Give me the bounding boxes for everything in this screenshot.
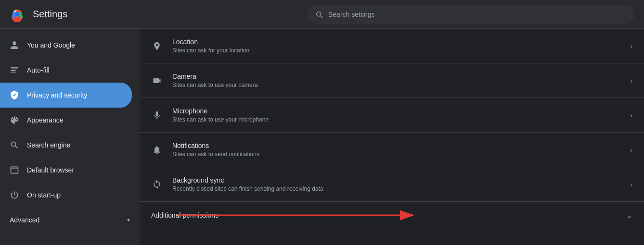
content-area: Location Sites can ask for your location…	[140, 29, 644, 245]
search-bar[interactable]	[307, 5, 634, 24]
sidebar-item-privacy-label: Privacy and security	[27, 91, 87, 99]
microphone-icon	[151, 110, 163, 121]
sidebar-item-default-browser-label: Default browser	[27, 166, 74, 174]
additional-permissions-label: Additional permissions	[151, 211, 626, 219]
autofill-icon	[10, 65, 19, 75]
chrome-logo-icon	[10, 7, 25, 22]
bell-icon	[151, 144, 163, 156]
camera-chevron-icon: ›	[630, 77, 632, 85]
background-sync-title: Background sync	[172, 176, 620, 184]
additional-permissions-row[interactable]: Additional permissions ⌄	[140, 202, 644, 229]
sidebar: You and Google Auto-fill Privacy and sec…	[0, 29, 140, 245]
notifications-text: Notifications Sites can ask to send noti…	[172, 142, 620, 158]
main-layout: You and Google Auto-fill Privacy and sec…	[0, 29, 644, 245]
list-item-location[interactable]: Location Sites can ask for your location…	[140, 29, 644, 63]
list-item-notifications[interactable]: Notifications Sites can ask to send noti…	[140, 133, 644, 167]
sidebar-item-appearance[interactable]: Appearance	[0, 108, 132, 133]
page-title: Settings	[33, 9, 67, 20]
search-engine-icon	[10, 140, 19, 150]
sidebar-advanced-section[interactable]: Advanced ▾	[0, 208, 140, 233]
sidebar-item-on-startup-label: On start-up	[27, 191, 61, 199]
sidebar-item-appearance-label: Appearance	[27, 116, 64, 124]
sidebar-item-privacy-and-security[interactable]: Privacy and security	[0, 83, 132, 108]
power-icon	[10, 190, 19, 200]
palette-icon	[10, 115, 19, 125]
topbar: Settings	[0, 0, 644, 29]
background-sync-desc: Recently closed sites can finish sending…	[172, 185, 620, 192]
notifications-desc: Sites can ask to send notifications	[172, 151, 620, 158]
location-title: Location	[172, 38, 620, 46]
sidebar-item-you-and-google-label: You and Google	[27, 41, 75, 49]
list-item-background-sync[interactable]: Background sync Recently closed sites ca…	[140, 167, 644, 202]
background-sync-chevron-icon: ›	[630, 181, 632, 188]
sidebar-item-search-engine[interactable]: Search engine	[0, 133, 132, 158]
list-item-microphone[interactable]: Microphone Sites can ask to use your mic…	[140, 98, 644, 133]
shield-icon	[10, 90, 19, 100]
camera-text: Camera Sites can ask to use your camera	[172, 73, 620, 88]
sidebar-item-you-and-google[interactable]: You and Google	[0, 33, 132, 58]
svg-point-1	[15, 12, 20, 17]
location-desc: Sites can ask for your location	[172, 47, 620, 54]
sidebar-item-default-browser[interactable]: Default browser	[0, 158, 132, 183]
location-text: Location Sites can ask for your location	[172, 38, 620, 54]
sidebar-item-search-engine-label: Search engine	[27, 141, 70, 149]
location-icon	[151, 40, 163, 52]
camera-icon	[151, 75, 163, 86]
person-icon	[10, 40, 19, 50]
notifications-title: Notifications	[172, 142, 620, 149]
camera-title: Camera	[172, 73, 620, 80]
location-chevron-icon: ›	[630, 42, 632, 50]
microphone-text: Microphone Sites can ask to use your mic…	[172, 107, 620, 123]
search-icon	[315, 10, 323, 19]
browser-icon	[10, 165, 19, 175]
sidebar-item-autofill[interactable]: Auto-fill	[0, 58, 132, 83]
background-sync-text: Background sync Recently closed sites ca…	[172, 176, 620, 192]
microphone-desc: Sites can ask to use your microphone	[172, 116, 620, 123]
microphone-chevron-icon: ›	[630, 111, 632, 119]
sync-icon	[151, 179, 163, 190]
additional-permissions-chevron-icon: ⌄	[626, 211, 632, 220]
camera-desc: Sites can ask to use your camera	[172, 82, 620, 88]
list-item-camera[interactable]: Camera Sites can ask to use your camera …	[140, 63, 644, 98]
sidebar-advanced-label: Advanced	[10, 216, 119, 224]
notifications-chevron-icon: ›	[630, 146, 632, 154]
search-input[interactable]	[328, 11, 627, 18]
sidebar-item-autofill-label: Auto-fill	[27, 66, 50, 74]
additional-permissions-container: Additional permissions ⌄	[140, 202, 644, 229]
microphone-title: Microphone	[172, 107, 620, 115]
chevron-down-icon: ▾	[127, 217, 130, 223]
sidebar-item-on-startup[interactable]: On start-up	[0, 183, 132, 208]
